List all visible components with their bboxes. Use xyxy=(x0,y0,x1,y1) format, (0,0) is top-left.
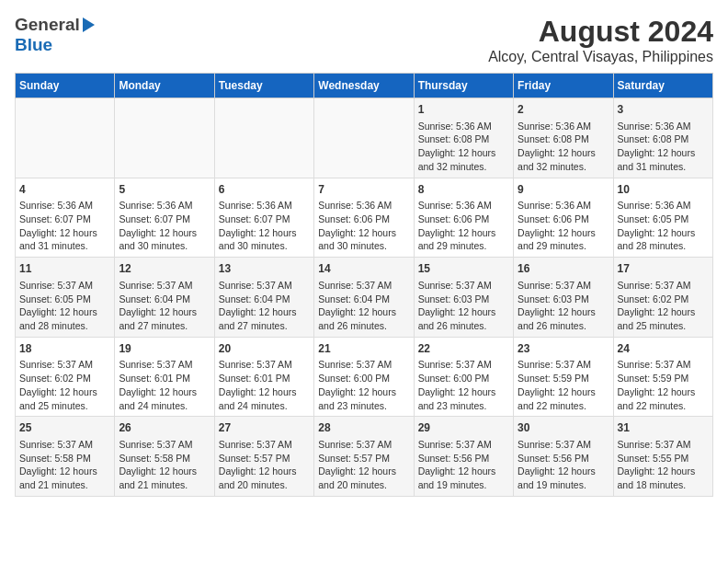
calendar-cell: 23Sunrise: 5:37 AMSunset: 5:59 PMDayligh… xyxy=(514,337,613,417)
day-number: 6 xyxy=(219,182,310,198)
day-info: Sunrise: 5:37 AM xyxy=(119,358,210,372)
day-number: 5 xyxy=(119,182,210,198)
calendar-cell: 16Sunrise: 5:37 AMSunset: 6:03 PMDayligh… xyxy=(514,258,613,338)
day-number: 27 xyxy=(219,420,310,436)
day-info: Sunrise: 5:36 AM xyxy=(518,199,609,213)
day-number: 19 xyxy=(119,341,210,357)
day-info: Sunset: 6:02 PM xyxy=(618,293,709,306)
calendar-cell: 10Sunrise: 5:36 AMSunset: 6:05 PMDayligh… xyxy=(613,178,712,258)
day-number: 10 xyxy=(618,182,709,198)
day-info: Daylight: 12 hours xyxy=(19,385,110,399)
day-info: Daylight: 12 hours xyxy=(19,305,110,319)
day-number: 4 xyxy=(19,182,110,198)
day-info: Daylight: 12 hours xyxy=(618,226,709,240)
day-info: Sunrise: 5:37 AM xyxy=(318,279,409,293)
day-info: and 26 minutes. xyxy=(318,319,409,333)
calendar-cell xyxy=(214,98,313,178)
day-info: and 19 minutes. xyxy=(518,478,609,492)
day-info: and 27 minutes. xyxy=(119,319,210,333)
day-info: Daylight: 12 hours xyxy=(618,465,709,478)
day-info: Sunset: 6:04 PM xyxy=(119,293,210,306)
day-info: and 30 minutes. xyxy=(219,239,310,253)
day-info: Daylight: 12 hours xyxy=(119,305,210,319)
calendar-cell: 22Sunrise: 5:37 AMSunset: 6:00 PMDayligh… xyxy=(414,337,513,417)
header-saturday: Saturday xyxy=(613,74,712,98)
day-info: Daylight: 12 hours xyxy=(219,305,310,319)
day-info: Sunrise: 5:37 AM xyxy=(418,279,509,293)
day-info: Daylight: 12 hours xyxy=(418,305,509,319)
day-info: Sunrise: 5:37 AM xyxy=(219,279,310,293)
day-info: Sunset: 6:05 PM xyxy=(618,213,709,226)
day-info: Sunset: 6:07 PM xyxy=(119,213,210,226)
day-number: 2 xyxy=(518,102,609,118)
day-info: Daylight: 12 hours xyxy=(219,465,310,478)
page-header: General Blue August 2024 Alcoy, Central … xyxy=(15,15,713,65)
calendar-cell: 14Sunrise: 5:37 AMSunset: 6:04 PMDayligh… xyxy=(314,258,414,338)
day-info: Sunrise: 5:37 AM xyxy=(418,438,509,452)
day-info: Daylight: 12 hours xyxy=(318,226,409,240)
day-number: 21 xyxy=(318,341,409,357)
day-number: 29 xyxy=(418,420,509,436)
day-info: Daylight: 12 hours xyxy=(219,226,310,240)
day-number: 26 xyxy=(119,420,210,436)
day-info: Sunrise: 5:37 AM xyxy=(518,358,609,372)
day-info: Sunset: 6:07 PM xyxy=(19,213,110,226)
day-info: Sunrise: 5:36 AM xyxy=(19,199,110,213)
day-info: Sunset: 6:07 PM xyxy=(219,213,310,226)
calendar-cell: 30Sunrise: 5:37 AMSunset: 5:56 PMDayligh… xyxy=(514,417,613,497)
day-number: 30 xyxy=(518,420,609,436)
day-number: 11 xyxy=(19,261,110,277)
header-friday: Friday xyxy=(514,74,613,98)
page-title: August 2024 xyxy=(488,15,713,49)
day-info: Sunset: 5:58 PM xyxy=(119,452,210,465)
day-info: Sunrise: 5:37 AM xyxy=(119,279,210,293)
day-number: 9 xyxy=(518,182,609,198)
day-info: Daylight: 12 hours xyxy=(618,385,709,399)
calendar-cell: 31Sunrise: 5:37 AMSunset: 5:55 PMDayligh… xyxy=(613,417,712,497)
logo-arrow-icon xyxy=(83,17,95,32)
day-info: Daylight: 12 hours xyxy=(119,385,210,399)
day-info: and 21 minutes. xyxy=(119,478,210,492)
calendar-cell: 9Sunrise: 5:36 AMSunset: 6:06 PMDaylight… xyxy=(514,178,613,258)
day-info: Sunrise: 5:37 AM xyxy=(618,438,709,452)
day-info: Sunrise: 5:37 AM xyxy=(618,358,709,372)
day-number: 31 xyxy=(618,420,709,436)
day-info: Daylight: 12 hours xyxy=(518,146,609,160)
header-wednesday: Wednesday xyxy=(314,74,414,98)
day-info: and 21 minutes. xyxy=(19,478,110,492)
day-info: Sunset: 6:06 PM xyxy=(418,213,509,226)
day-info: Daylight: 12 hours xyxy=(19,465,110,478)
day-info: and 27 minutes. xyxy=(219,319,310,333)
day-info: and 20 minutes. xyxy=(318,478,409,492)
day-info: Daylight: 12 hours xyxy=(318,305,409,319)
calendar-cell: 1Sunrise: 5:36 AMSunset: 6:08 PMDaylight… xyxy=(414,98,513,178)
day-info: Sunset: 6:01 PM xyxy=(219,372,310,385)
day-number: 16 xyxy=(518,261,609,277)
day-info: Sunrise: 5:37 AM xyxy=(518,279,609,293)
day-info: Daylight: 12 hours xyxy=(618,146,709,160)
day-info: Sunrise: 5:37 AM xyxy=(219,358,310,372)
day-info: Sunrise: 5:36 AM xyxy=(418,199,509,213)
day-info: Daylight: 12 hours xyxy=(19,226,110,240)
day-info: Sunrise: 5:37 AM xyxy=(318,358,409,372)
day-info: and 32 minutes. xyxy=(518,160,609,174)
calendar-cell: 18Sunrise: 5:37 AMSunset: 6:02 PMDayligh… xyxy=(16,337,115,417)
day-info: Sunrise: 5:37 AM xyxy=(19,438,110,452)
calendar-cell: 4Sunrise: 5:36 AMSunset: 6:07 PMDaylight… xyxy=(16,178,115,258)
header-sunday: Sunday xyxy=(16,74,115,98)
day-info: Sunrise: 5:37 AM xyxy=(518,438,609,452)
day-info: Sunset: 6:06 PM xyxy=(318,213,409,226)
day-number: 20 xyxy=(219,341,310,357)
calendar-table: SundayMondayTuesdayWednesdayThursdayFrid… xyxy=(15,73,713,497)
day-info: and 24 minutes. xyxy=(219,399,310,413)
day-info: and 31 minutes. xyxy=(618,160,709,174)
calendar-header-row: SundayMondayTuesdayWednesdayThursdayFrid… xyxy=(16,74,713,98)
calendar-cell xyxy=(16,98,115,178)
calendar-cell: 7Sunrise: 5:36 AMSunset: 6:06 PMDaylight… xyxy=(314,178,414,258)
day-info: Sunset: 6:08 PM xyxy=(418,132,509,146)
day-info: Daylight: 12 hours xyxy=(518,385,609,399)
day-info: and 29 minutes. xyxy=(518,239,609,253)
calendar-cell: 6Sunrise: 5:36 AMSunset: 6:07 PMDaylight… xyxy=(214,178,313,258)
calendar-cell xyxy=(314,98,414,178)
calendar-cell: 11Sunrise: 5:37 AMSunset: 6:05 PMDayligh… xyxy=(16,258,115,338)
